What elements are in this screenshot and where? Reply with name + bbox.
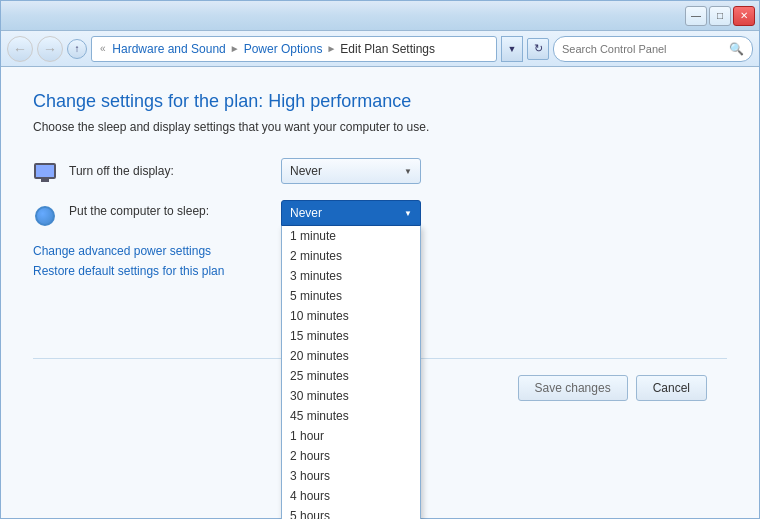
option-5hr[interactable]: 5 hours: [282, 506, 420, 519]
refresh-button[interactable]: ↻: [527, 38, 549, 60]
page-subtitle: Choose the sleep and display settings th…: [33, 120, 727, 134]
sleep-setting-row: Put the computer to sleep: Never ▼ 1 min…: [33, 200, 727, 228]
search-icon[interactable]: 🔍: [729, 42, 744, 56]
forward-button[interactable]: →: [37, 36, 63, 62]
display-dropdown[interactable]: Never ▼: [281, 158, 421, 184]
breadcrumb-hardware[interactable]: Hardware and Sound: [112, 42, 225, 56]
breadcrumb-current: Edit Plan Settings: [340, 42, 435, 56]
option-2hr[interactable]: 2 hours: [282, 446, 420, 466]
back-button[interactable]: ←: [7, 36, 33, 62]
sleep-dropdown-value: Never: [290, 206, 322, 220]
save-button[interactable]: Save changes: [518, 375, 628, 401]
option-25min[interactable]: 25 minutes: [282, 366, 420, 386]
window-controls: — □ ✕: [685, 6, 755, 26]
search-box[interactable]: 🔍: [553, 36, 753, 62]
option-4hr[interactable]: 4 hours: [282, 486, 420, 506]
option-3min[interactable]: 3 minutes: [282, 266, 420, 286]
minimize-button[interactable]: —: [685, 6, 707, 26]
address-dropdown-button[interactable]: ▼: [501, 36, 523, 62]
advanced-power-link[interactable]: Change advanced power settings: [33, 244, 211, 258]
sleep-dropdown-arrow: ▼: [404, 209, 412, 218]
option-20min[interactable]: 20 minutes: [282, 346, 420, 366]
display-dropdown-arrow: ▼: [404, 167, 412, 176]
display-dropdown-button[interactable]: Never ▼: [281, 158, 421, 184]
sleep-dropdown-list[interactable]: 1 minute 2 minutes 3 minutes 5 minutes 1…: [281, 226, 421, 519]
main-content: Change settings for the plan: High perfo…: [1, 67, 759, 518]
search-input[interactable]: [562, 43, 725, 55]
breadcrumb-sep-2: ►: [326, 43, 336, 54]
cancel-button[interactable]: Cancel: [636, 375, 707, 401]
maximize-button[interactable]: □: [709, 6, 731, 26]
option-1hr[interactable]: 1 hour: [282, 426, 420, 446]
sleep-dropdown-button[interactable]: Never ▼: [281, 200, 421, 226]
sleep-dropdown[interactable]: Never ▼ 1 minute 2 minutes 3 minutes 5 m…: [281, 200, 421, 226]
sleep-icon: [33, 204, 57, 228]
main-window: — □ ✕ ← → ↑ « Hardware and Sound ► Power…: [0, 0, 760, 519]
display-icon: [33, 159, 57, 183]
display-dropdown-value: Never: [290, 164, 322, 178]
address-bar: ← → ↑ « Hardware and Sound ► Power Optio…: [1, 31, 759, 67]
display-label: Turn off the display:: [69, 164, 269, 178]
option-1min[interactable]: 1 minute: [282, 226, 420, 246]
option-2min[interactable]: 2 minutes: [282, 246, 420, 266]
option-30min[interactable]: 30 minutes: [282, 386, 420, 406]
display-setting-row: Turn off the display: Never ▼: [33, 158, 727, 184]
option-15min[interactable]: 15 minutes: [282, 326, 420, 346]
option-45min[interactable]: 45 minutes: [282, 406, 420, 426]
option-10min[interactable]: 10 minutes: [282, 306, 420, 326]
up-button[interactable]: ↑: [67, 39, 87, 59]
option-3hr[interactable]: 3 hours: [282, 466, 420, 486]
close-button[interactable]: ✕: [733, 6, 755, 26]
globe-icon: [35, 206, 55, 226]
sleep-label: Put the computer to sleep:: [69, 204, 269, 218]
breadcrumb-sep-1: ►: [230, 43, 240, 54]
breadcrumb-power[interactable]: Power Options: [244, 42, 323, 56]
breadcrumb: « Hardware and Sound ► Power Options ► E…: [91, 36, 497, 62]
monitor-icon: [34, 163, 56, 179]
option-5min[interactable]: 5 minutes: [282, 286, 420, 306]
title-bar: — □ ✕: [1, 1, 759, 31]
restore-defaults-link[interactable]: Restore default settings for this plan: [33, 264, 224, 278]
page-title: Change settings for the plan: High perfo…: [33, 91, 727, 112]
